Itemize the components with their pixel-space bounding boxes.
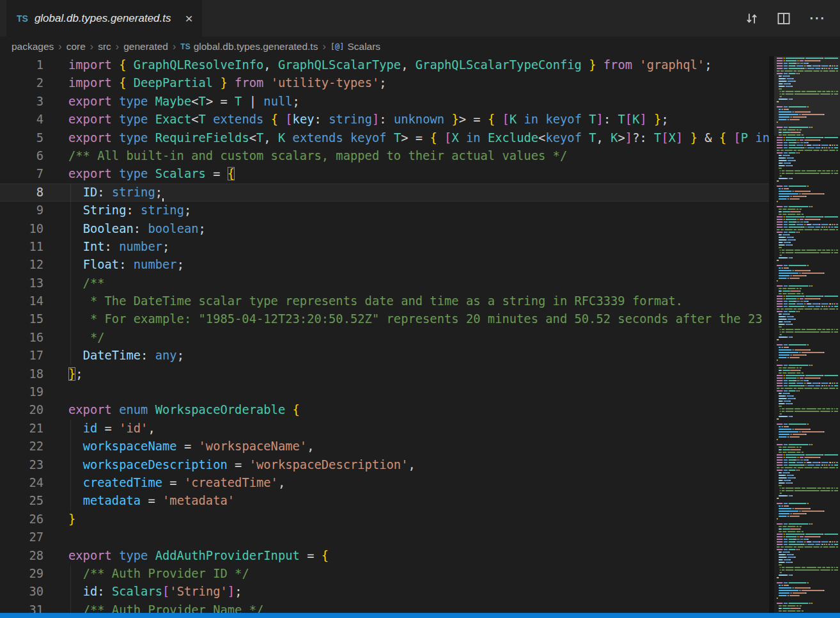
close-tab-icon[interactable]: × xyxy=(185,12,193,25)
breadcrumb-item-core[interactable]: core xyxy=(66,41,86,52)
line-content[interactable]: export type RequireFields<T, K extends k… xyxy=(58,129,769,147)
indent-guide xyxy=(70,583,71,601)
line-number: 1 xyxy=(0,56,58,74)
code-line: 1import { GraphQLResolveInfo, GraphQLSca… xyxy=(0,56,769,74)
code-line: 11 Int: number; xyxy=(0,238,769,256)
line-content[interactable]: Float: number; xyxy=(58,256,769,274)
line-content[interactable]: ID: string; xyxy=(58,184,769,202)
scrollbar-track[interactable] xyxy=(769,56,774,618)
line-content[interactable]: export type Exact<T extends { [key: stri… xyxy=(58,111,769,129)
line-content[interactable]: import { DeepPartial } from 'utility-typ… xyxy=(58,74,769,92)
minimap-slider[interactable] xyxy=(774,56,840,136)
line-number: 29 xyxy=(0,565,58,583)
line-number: 7 xyxy=(0,165,58,183)
indent-guide xyxy=(70,184,71,202)
line-number: 21 xyxy=(0,420,58,438)
line-content[interactable]: }; xyxy=(58,365,769,383)
line-number: 24 xyxy=(0,474,58,492)
indent-guide xyxy=(70,565,71,583)
breadcrumb-label: generated xyxy=(123,41,168,52)
typescript-file-icon: TS xyxy=(17,13,28,24)
code-line: 18}; xyxy=(0,365,769,383)
split-editor-icon[interactable] xyxy=(777,12,791,26)
code-editor: 1import { GraphQLResolveInfo, GraphQLSca… xyxy=(0,56,840,618)
code-line: 20export enum WorkspaceOrderable { xyxy=(0,401,769,419)
line-content[interactable]: id: Scalars['String']; xyxy=(58,583,769,601)
line-number: 9 xyxy=(0,202,58,219)
breadcrumb-item-global-db-types-generated-ts[interactable]: TSglobal.db.types.generated.ts xyxy=(180,41,318,52)
open-changes-icon[interactable] xyxy=(745,12,759,26)
line-content[interactable]: id = 'id', xyxy=(58,420,769,438)
breadcrumb-label: src xyxy=(98,41,111,52)
line-content[interactable]: * The DateTime scalar type represents da… xyxy=(58,292,769,310)
line-content[interactable]: export type Maybe<T> = T | null; xyxy=(58,93,769,111)
tab-bar: TS global.db.types.generated.ts × ⋯ xyxy=(0,0,840,36)
line-number: 12 xyxy=(0,256,58,274)
indent-guide xyxy=(70,456,71,474)
line-content[interactable]: Boolean: boolean; xyxy=(58,220,769,238)
code-line: 16 */ xyxy=(0,329,769,347)
breadcrumb-item-packages[interactable]: packages xyxy=(12,41,54,52)
line-content[interactable]: } xyxy=(58,511,769,528)
line-number: 2 xyxy=(0,74,58,92)
indent-guide xyxy=(70,492,71,510)
breadcrumb-item-src[interactable]: src xyxy=(98,41,111,52)
editor-tab[interactable]: TS global.db.types.generated.ts × xyxy=(6,0,202,36)
line-number: 27 xyxy=(0,528,58,546)
line-number: 23 xyxy=(0,456,58,474)
line-content[interactable]: Int: number; xyxy=(58,238,769,256)
more-actions-icon[interactable]: ⋯ xyxy=(809,8,826,28)
line-content[interactable]: export type AddAuthProviderInput = { xyxy=(58,547,769,565)
line-number: 15 xyxy=(0,310,58,328)
line-content[interactable]: /** Auth Provider ID */ xyxy=(58,565,769,583)
breadcrumb-separator-icon: › xyxy=(322,41,325,52)
code-area[interactable]: 1import { GraphQLResolveInfo, GraphQLSca… xyxy=(0,56,769,618)
line-content[interactable] xyxy=(58,528,769,546)
code-line: 29 /** Auth Provider ID */ xyxy=(0,565,769,583)
line-content[interactable]: export enum WorkspaceOrderable { xyxy=(58,401,769,419)
breadcrumb: packages›core›src›generated›TSglobal.db.… xyxy=(0,36,840,56)
line-content[interactable]: */ xyxy=(58,329,769,347)
line-content[interactable]: workspaceDescription = 'workspaceDescrip… xyxy=(58,456,769,474)
line-content[interactable]: * For example: "1985-04-12T23:20:50.52Z"… xyxy=(58,310,769,328)
line-content[interactable]: /** All built-in and custom scalars, map… xyxy=(58,147,769,165)
code-line: 8 ID: string; xyxy=(0,184,769,202)
breadcrumb-label: core xyxy=(66,41,86,52)
indent-guide xyxy=(70,220,71,238)
breadcrumb-item-generated[interactable]: generated xyxy=(123,41,168,52)
indent-guide xyxy=(70,256,71,274)
breadcrumb-item-scalars[interactable]: [@]Scalars xyxy=(331,41,380,52)
line-content[interactable]: workspaceName = 'workspaceName', xyxy=(58,438,769,456)
code-line: 10 Boolean: boolean; xyxy=(0,220,769,238)
line-content[interactable]: String: string; xyxy=(58,202,769,219)
line-content[interactable]: createdTime = 'createdTime', xyxy=(58,474,769,492)
code-line: 26} xyxy=(0,511,769,528)
line-number: 16 xyxy=(0,329,58,347)
code-line: 21 id = 'id', xyxy=(0,420,769,438)
line-content[interactable]: export type Scalars = { xyxy=(58,165,769,183)
indent-guide xyxy=(70,292,71,310)
indent-guide xyxy=(70,347,71,365)
status-bar-accent xyxy=(0,613,840,618)
breadcrumb-label: packages xyxy=(12,41,54,52)
code-line: 4export type Exact<T extends { [key: str… xyxy=(0,111,769,129)
code-line: 24 createdTime = 'createdTime', xyxy=(0,474,769,492)
indent-guide xyxy=(70,329,71,347)
indent-guide xyxy=(70,310,71,328)
line-content[interactable] xyxy=(58,383,769,401)
line-content[interactable]: metadata = 'metadata' xyxy=(58,492,769,510)
indent-guide xyxy=(70,274,71,292)
line-content[interactable]: import { GraphQLResolveInfo, GraphQLScal… xyxy=(58,56,769,74)
code-line: 23 workspaceDescription = 'workspaceDesc… xyxy=(0,456,769,474)
line-content[interactable]: /** xyxy=(58,274,769,292)
code-line: 2import { DeepPartial } from 'utility-ty… xyxy=(0,74,769,92)
breadcrumb-separator-icon: › xyxy=(90,41,93,52)
line-number: 6 xyxy=(0,147,58,165)
code-line: 5export type RequireFields<T, K extends … xyxy=(0,129,769,147)
line-number: 30 xyxy=(0,583,58,601)
line-number: 18 xyxy=(0,365,58,383)
line-number: 22 xyxy=(0,438,58,456)
minimap-canvas xyxy=(774,56,840,618)
minimap[interactable] xyxy=(774,56,840,614)
line-content[interactable]: DateTime: any; xyxy=(58,347,769,365)
